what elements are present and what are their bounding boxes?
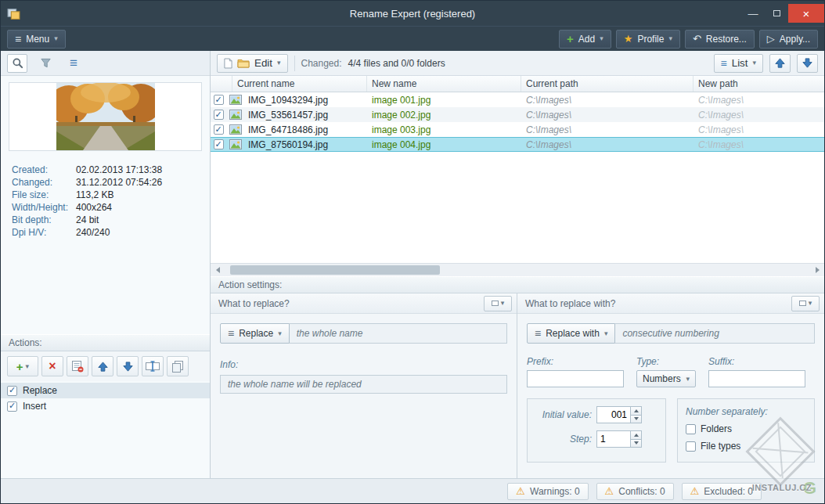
view-options-button[interactable]: ≡ — [63, 54, 84, 73]
main-toolbar: ≡ Menu ▾ + Add ▾ ★ Profile ▾ ↶ Restore..… — [1, 26, 824, 51]
triangle-up-icon — [634, 407, 639, 412]
current-name-cell: IMG_53561457.jpg — [245, 110, 367, 121]
replace-value-field[interactable]: the whole name — [290, 323, 507, 344]
action-list-item[interactable]: Insert — [1, 398, 210, 414]
replace-dropdown-button[interactable]: ≡ Replace ▾ — [220, 323, 290, 344]
type-dropdown[interactable]: Numbers ▾ — [636, 370, 696, 387]
replace-with-value-field[interactable]: consecutive numbering — [615, 323, 815, 344]
spinner-buttons[interactable] — [631, 430, 642, 448]
add-button[interactable]: + Add ▾ — [559, 30, 611, 49]
chevron-down-icon: ▾ — [277, 59, 281, 67]
profile-button[interactable]: ★ Profile ▾ — [616, 30, 680, 49]
initial-value-input[interactable] — [596, 406, 631, 423]
scroll-left-button[interactable] — [211, 264, 224, 276]
new-name-cell: image 003.jpg — [367, 124, 521, 135]
remove-action-button[interactable]: × — [41, 356, 63, 376]
number-separately-label: Number separately: — [686, 406, 768, 417]
spin-down-button[interactable] — [631, 440, 642, 448]
replace-with-dropdown-button[interactable]: ≡ Replace with ▾ — [527, 323, 615, 344]
spinner-buttons[interactable] — [631, 406, 642, 423]
rename-action-button[interactable] — [142, 356, 164, 376]
suffix-input[interactable] — [708, 370, 805, 387]
move-file-down-button[interactable] — [797, 54, 818, 73]
horizontal-scrollbar[interactable] — [211, 263, 824, 276]
checkbox[interactable] — [214, 139, 224, 149]
actions-list: Replace Insert — [1, 381, 210, 478]
checkbox[interactable] — [214, 110, 224, 120]
checkbox[interactable] — [214, 124, 224, 135]
checkbox[interactable] — [214, 95, 224, 105]
titlebar: Rename Expert (registered) — × — [1, 1, 824, 26]
view-mode-button[interactable]: ≡ List ▾ — [714, 54, 763, 73]
move-action-down-button[interactable] — [117, 356, 139, 376]
column-header-current-path[interactable]: Current path — [521, 76, 694, 92]
add-action-button[interactable]: + ▾ — [7, 356, 38, 376]
prefix-input[interactable] — [527, 370, 624, 387]
column-header-new-path[interactable]: New path — [694, 76, 824, 92]
table-row[interactable]: IMG_10943294.jpg image 001.jpg C:\Images… — [211, 92, 824, 107]
filter-button[interactable] — [35, 54, 56, 73]
chevron-down-icon: ▾ — [501, 300, 505, 307]
duplicate-action-button[interactable] — [167, 356, 189, 376]
checkbox[interactable] — [7, 401, 17, 412]
warning-icon: ⚠ — [605, 486, 614, 496]
checkbox[interactable] — [686, 424, 696, 434]
table-row[interactable]: IMG_53561457.jpg image 002.jpg C:\Images… — [211, 107, 824, 122]
move-file-up-button[interactable] — [769, 54, 791, 73]
spin-up-button[interactable] — [631, 406, 642, 416]
excluded-button[interactable]: ⚠ Excluded: 0 — [682, 483, 762, 500]
table-row[interactable]: IMG_64718486.jpg image 003.jpg C:\Images… — [211, 122, 824, 137]
file-types-checkbox-row[interactable]: File types — [686, 441, 806, 452]
spin-up-button[interactable] — [631, 430, 642, 440]
preview-area — [1, 76, 210, 157]
action-list-item[interactable]: Replace — [1, 383, 210, 398]
column-header-new-name[interactable]: New name — [367, 76, 521, 92]
new-path-cell: C:\Images\ — [694, 139, 824, 150]
conflicts-button[interactable]: ⚠ Conflicts: 0 — [596, 483, 674, 500]
add-label: Add — [578, 34, 595, 45]
plus-icon: + — [16, 361, 23, 373]
remove-all-actions-button[interactable] — [67, 356, 88, 376]
move-action-up-button[interactable] — [92, 356, 113, 376]
edit-button[interactable]: Edit ▾ — [217, 54, 288, 73]
step-input[interactable] — [596, 430, 631, 448]
current-path-cell: C:\Images\ — [521, 95, 694, 106]
panel-options-button[interactable]: ▾ — [484, 296, 512, 311]
triangle-up-icon — [634, 431, 639, 437]
folders-checkbox-row[interactable]: Folders — [686, 423, 806, 434]
image-file-icon — [229, 110, 242, 120]
scroll-right-button[interactable] — [811, 264, 824, 276]
initial-value-stepper[interactable] — [596, 406, 642, 423]
minimize-button[interactable]: — — [741, 4, 765, 23]
menu-button[interactable]: ≡ Menu ▾ — [7, 30, 66, 49]
detail-label: Changed: — [12, 176, 76, 189]
action-settings: What to replace? ▾ ≡ Replace ▾ — [211, 293, 824, 478]
statusbar: ⚠ Warnings: 0 ⚠ Conflicts: 0 ⚠ Excluded:… — [1, 478, 824, 503]
replace-with-dropdown-label: Replace with — [546, 328, 600, 339]
close-button[interactable]: × — [788, 4, 824, 23]
left-panel: ≡ — [1, 51, 211, 478]
new-name-cell: image 004.jpg — [367, 139, 521, 150]
arrow-down-icon — [802, 57, 813, 69]
warnings-button[interactable]: ⚠ Warnings: 0 — [507, 483, 588, 500]
table-row[interactable]: IMG_87560194.jpg image 004.jpg C:\Images… — [211, 137, 824, 152]
suffix-label: Suffix: — [708, 356, 805, 367]
exclude-icon — [72, 361, 84, 373]
changed-label: Changed: — [301, 58, 342, 69]
spin-down-button[interactable] — [631, 416, 642, 424]
step-stepper[interactable] — [596, 430, 642, 448]
column-header-current-name[interactable]: Current name — [232, 76, 367, 92]
panel-header: What to replace with? ▾ — [517, 293, 824, 314]
apply-button[interactable]: ▷ Apply... — [759, 30, 818, 49]
panel-options-button[interactable]: ▾ — [791, 296, 820, 311]
current-name-cell: IMG_87560194.jpg — [245, 139, 367, 150]
checkbox[interactable] — [686, 441, 696, 452]
checkbox[interactable] — [7, 386, 17, 396]
search-button[interactable] — [7, 54, 27, 73]
restore-button[interactable]: ↶ Restore... — [685, 30, 755, 49]
warning-icon: ⚠ — [516, 486, 525, 496]
scrollbar-thumb[interactable] — [230, 265, 440, 275]
current-path-cell: C:\Images\ — [521, 139, 694, 150]
replace-with-combo: ≡ Replace with ▾ consecutive numbering — [527, 323, 815, 344]
maximize-button[interactable] — [765, 4, 788, 23]
